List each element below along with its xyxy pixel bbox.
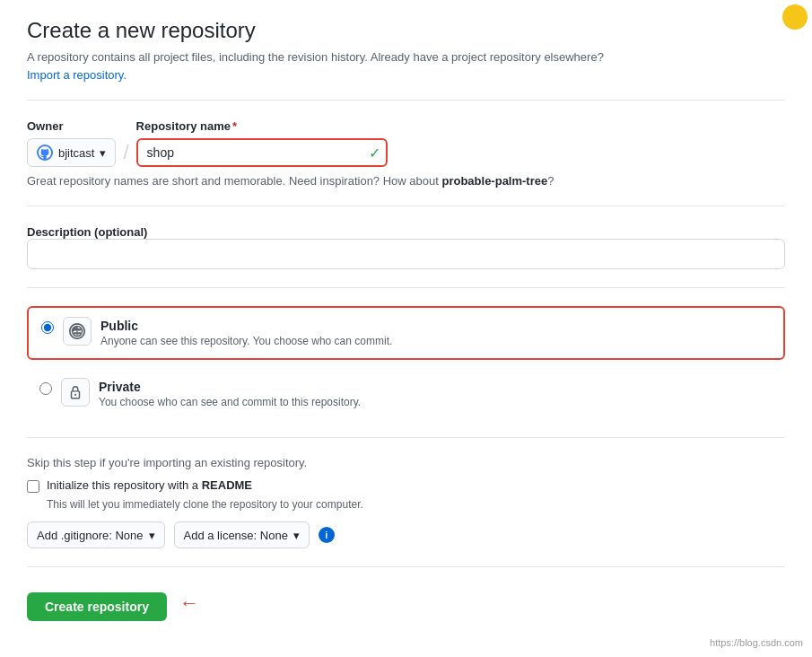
svg-point-7 [74, 394, 76, 396]
import-link[interactable]: Import a repository. [27, 68, 127, 82]
private-text-group: Private You choose who can see and commi… [99, 380, 361, 408]
description-input[interactable] [27, 239, 785, 269]
public-text-group: Public Anyone can see this repository. Y… [100, 319, 392, 347]
create-repository-button[interactable]: Create repository [27, 592, 167, 621]
skip-text: Skip this step if you're importing an ex… [27, 456, 785, 469]
public-icon [63, 317, 92, 346]
public-radio[interactable] [41, 321, 54, 334]
public-title: Public [100, 319, 392, 333]
license-chevron-icon: ▾ [293, 529, 300, 542]
description-section: Description (optional) [27, 224, 785, 269]
valid-check-icon: ✓ [369, 145, 380, 162]
repo-name-label: Repository name* [136, 119, 388, 133]
slash-separator: / [116, 138, 135, 167]
divider-1 [27, 100, 785, 101]
owner-dropdown-icon: ▾ [100, 146, 106, 160]
repo-name-wrapper: ✓ [136, 138, 388, 167]
private-title: Private [99, 380, 361, 394]
owner-value: bjitcast [58, 146, 94, 160]
create-button-area: Create repository ← [27, 585, 785, 621]
description-label: Description (optional) [27, 225, 147, 239]
owner-repo-row: Owner bjitcast ▾ / Repository name* ✓ [27, 118, 785, 167]
owner-label: Owner [27, 119, 116, 133]
repo-name-field-group: Repository name* ✓ [136, 119, 388, 167]
divider-5 [27, 566, 785, 567]
init-readme-row: Initialize this repository with a README [27, 478, 785, 493]
gitignore-chevron-icon: ▾ [149, 529, 155, 542]
divider-4 [27, 437, 785, 438]
init-readme-label: Initialize this repository with a README [47, 478, 252, 492]
init-readme-hint: This will let you immediately clone the … [47, 498, 785, 511]
divider-3 [27, 287, 785, 288]
gitignore-label: Add .gitignore: None [37, 529, 144, 542]
owner-field-group: Owner bjitcast ▾ [27, 119, 116, 167]
page-subtitle: A repository contains all project files,… [27, 50, 785, 64]
owner-avatar [37, 145, 53, 161]
page-title: Create a new repository [27, 18, 785, 43]
owner-select-button[interactable]: bjitcast ▾ [27, 138, 116, 167]
license-dropdown[interactable]: Add a license: None ▾ [174, 521, 310, 548]
private-desc: You choose who can see and commit to thi… [99, 396, 361, 408]
visibility-radio-group: Public Anyone can see this repository. Y… [27, 306, 785, 419]
private-radio[interactable] [39, 382, 52, 395]
public-desc: Anyone can see this repository. You choo… [100, 335, 392, 347]
extras-row: Add .gitignore: None ▾ Add a license: No… [27, 521, 785, 548]
arrow-hint-icon: ← [179, 591, 199, 615]
info-icon[interactable]: i [319, 527, 335, 543]
public-option[interactable]: Public Anyone can see this repository. Y… [27, 306, 785, 360]
license-label: Add a license: None [184, 529, 288, 542]
private-icon [61, 378, 90, 407]
gitignore-dropdown[interactable]: Add .gitignore: None ▾ [27, 521, 165, 548]
init-readme-checkbox[interactable] [27, 480, 39, 493]
private-option[interactable]: Private You choose who can see and commi… [27, 369, 785, 419]
yellow-dot-decoration [782, 4, 808, 30]
repo-name-hint: Great repository names are short and mem… [27, 174, 785, 188]
required-marker: * [232, 119, 237, 133]
watermark: https://blog.csdn.com [710, 637, 803, 639]
repo-name-input[interactable] [136, 138, 388, 167]
divider-2 [27, 206, 785, 206]
